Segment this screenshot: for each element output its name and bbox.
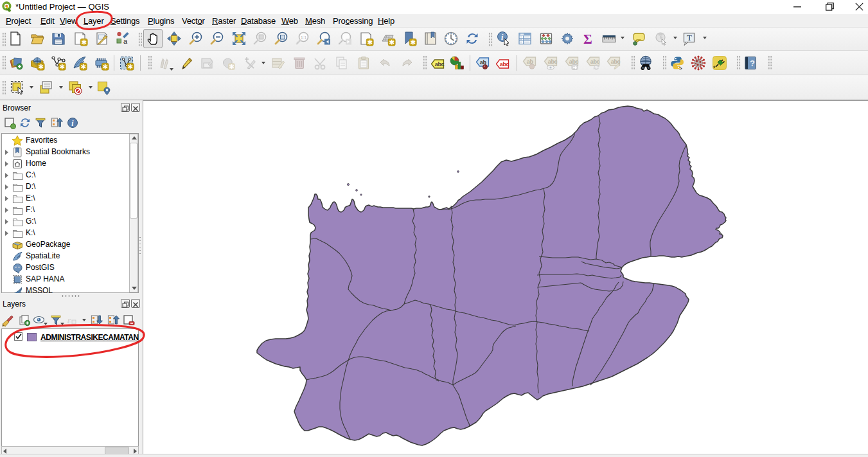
svg-text:abc: abc <box>569 58 579 65</box>
svg-text:?: ? <box>750 58 755 68</box>
svg-text:abc: abc <box>435 61 445 67</box>
svg-text:abc: abc <box>611 58 621 65</box>
svg-text:1:1: 1:1 <box>301 35 306 40</box>
svg-text:abc: abc <box>548 58 558 65</box>
svg-text:a: a <box>123 37 128 45</box>
svg-text:>: > <box>679 66 682 71</box>
svg-text:abc: abc <box>500 61 509 67</box>
svg-text:T: T <box>687 33 692 42</box>
svg-text:Σ: Σ <box>583 31 592 47</box>
svg-text:ab: ab <box>527 58 534 65</box>
svg-text:abc: abc <box>590 58 600 65</box>
